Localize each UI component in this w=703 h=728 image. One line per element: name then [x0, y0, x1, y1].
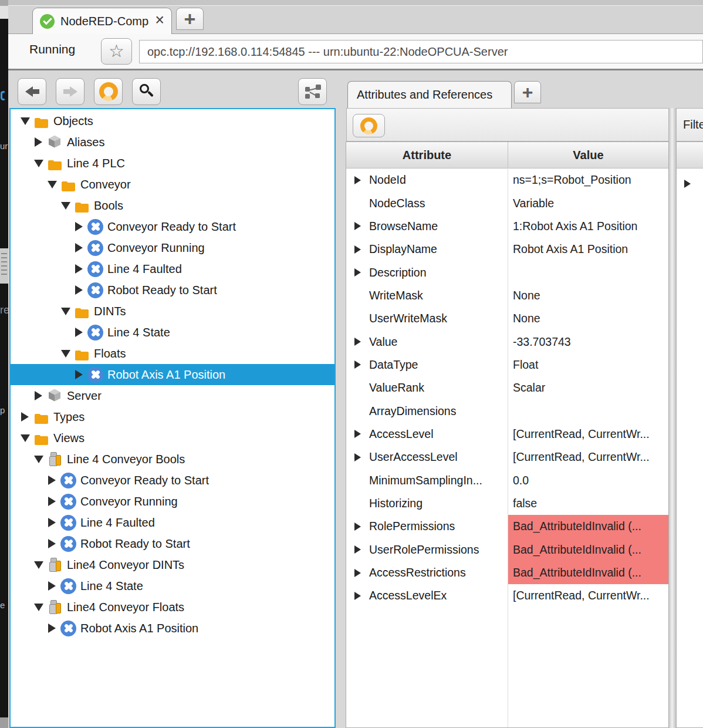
expand-arrow-icon[interactable]: [684, 180, 692, 188]
collapse-arrow-icon[interactable]: [33, 159, 43, 168]
bookmark-button[interactable]: ☆: [101, 38, 132, 65]
new-panel-tab-button[interactable]: +: [514, 81, 541, 103]
expand-arrow-icon[interactable]: [74, 370, 84, 380]
attribute-value: Variable: [513, 197, 554, 210]
expand-arrow-icon[interactable]: [74, 328, 84, 338]
close-tab-icon[interactable]: ×: [155, 12, 164, 28]
expand-arrow-icon[interactable]: [354, 222, 363, 230]
graph-view-button[interactable]: [298, 78, 327, 105]
tree-item[interactable]: Bools: [11, 195, 334, 216]
refresh-tree-button[interactable]: [94, 78, 123, 105]
tree-item[interactable]: Conveyor: [11, 174, 334, 195]
search-icon: [138, 83, 155, 100]
tab-attributes-and-references[interactable]: Attributes and References: [347, 81, 512, 108]
value-cell: 0.0: [508, 469, 668, 491]
attribute-cell: ValueRank: [346, 376, 508, 399]
expand-arrow-icon[interactable]: [354, 360, 363, 369]
tree-item-label: Types: [53, 410, 85, 424]
expand-arrow-icon[interactable]: [20, 412, 30, 422]
folder-icon: [74, 346, 90, 362]
column-header-attribute[interactable]: Attribute: [346, 142, 508, 168]
tree-item[interactable]: Line 4 Conveyor Bools: [11, 449, 334, 470]
address-bar[interactable]: opc.tcp://192.168.0.114:54845 --- urn:ub…: [139, 40, 703, 63]
arrow-spacer: [354, 315, 363, 323]
panel-splitter[interactable]: [669, 108, 676, 728]
tree-item[interactable]: Conveyor Ready to Start: [11, 216, 334, 237]
tree-item[interactable]: Line 4 PLC: [11, 153, 334, 174]
tree-item[interactable]: Line 4 State: [11, 575, 334, 596]
tree-item[interactable]: Conveyor Ready to Start: [11, 470, 334, 491]
collapse-arrow-icon[interactable]: [60, 306, 70, 316]
column-divider[interactable]: [508, 168, 508, 727]
tree-item[interactable]: Objects: [11, 110, 334, 132]
expand-arrow-icon[interactable]: [74, 285, 84, 295]
new-connection-tab-button[interactable]: +: [176, 8, 204, 30]
tree-item[interactable]: Robot Axis A1 Position: [11, 364, 334, 385]
collapse-arrow-icon[interactable]: [20, 433, 30, 443]
expand-arrow-icon[interactable]: [47, 581, 57, 591]
reference-row[interactable]: [677, 172, 703, 196]
search-button[interactable]: [132, 78, 161, 105]
attribute-name: DisplayName: [369, 242, 437, 256]
expand-arrow-icon[interactable]: [47, 497, 57, 507]
attribute-name: Description: [369, 266, 427, 279]
refresh-attributes-button[interactable]: [353, 114, 385, 137]
variable-icon: [60, 494, 76, 510]
tree-item-label: Robot Axis A1 Position: [80, 622, 198, 635]
expand-arrow-icon[interactable]: [47, 476, 57, 486]
tree-item[interactable]: Line 4 Faulted: [11, 512, 334, 533]
tree-item[interactable]: Line 4 State: [11, 322, 334, 343]
tree-item[interactable]: Robot Ready to Start: [11, 279, 334, 301]
folder-icon: [33, 113, 49, 129]
collapse-arrow-icon[interactable]: [47, 180, 57, 190]
collapse-arrow-icon[interactable]: [33, 602, 43, 612]
value-cell: None: [508, 307, 668, 330]
tree-item[interactable]: Server: [11, 385, 334, 406]
column-header-value[interactable]: Value: [508, 142, 668, 168]
expand-arrow-icon[interactable]: [354, 523, 363, 531]
expand-arrow-icon[interactable]: [74, 264, 84, 274]
tree-item[interactable]: Robot Ready to Start: [11, 533, 334, 554]
attributes-tab-label: Attributes and References: [357, 88, 492, 102]
forward-button[interactable]: [56, 78, 85, 105]
tree-item[interactable]: Conveyor Running: [11, 237, 334, 258]
tree-item[interactable]: Conveyor Running: [11, 491, 334, 512]
expand-arrow-icon[interactable]: [47, 539, 57, 549]
collapse-arrow-icon[interactable]: [20, 116, 30, 126]
collapse-arrow-icon[interactable]: [33, 560, 43, 570]
connection-tab[interactable]: NodeRED-Compact ×: [32, 8, 172, 34]
tree-item[interactable]: Floats: [11, 343, 334, 364]
folder-icon: [60, 177, 76, 193]
tree-item[interactable]: Aliases: [11, 132, 334, 153]
tree-item[interactable]: Line 4 Faulted: [11, 258, 334, 279]
expand-arrow-icon[interactable]: [354, 592, 363, 600]
collapse-arrow-icon[interactable]: [60, 349, 70, 359]
expand-arrow-icon[interactable]: [354, 453, 363, 461]
expand-arrow-icon[interactable]: [354, 569, 363, 577]
expand-arrow-icon[interactable]: [354, 430, 363, 438]
tree-item[interactable]: Types: [11, 406, 334, 427]
back-button[interactable]: [18, 78, 46, 105]
tree-item[interactable]: Line4 Conveyor DINTs: [11, 554, 334, 575]
tree-item[interactable]: Views: [11, 427, 334, 449]
attribute-value: ns=1;s=Robot_Position: [513, 173, 631, 187]
expand-arrow-icon[interactable]: [354, 176, 363, 184]
collapse-arrow-icon[interactable]: [60, 201, 70, 211]
tree-item-label: Bools: [94, 199, 123, 213]
tree-item[interactable]: DINTs: [11, 301, 334, 322]
expand-arrow-icon[interactable]: [74, 222, 84, 232]
tree-item[interactable]: Line4 Conveyor Floats: [11, 596, 334, 618]
expand-arrow-icon[interactable]: [47, 518, 57, 528]
expand-arrow-icon[interactable]: [354, 245, 363, 254]
tree-item[interactable]: Robot Axis A1 Position: [11, 618, 334, 639]
expand-arrow-icon[interactable]: [354, 545, 363, 554]
expand-arrow-icon[interactable]: [47, 623, 57, 633]
collapse-arrow-icon[interactable]: [33, 454, 43, 464]
expand-arrow-icon[interactable]: [354, 338, 363, 346]
back-arrow-icon: [25, 86, 39, 97]
expand-arrow-icon[interactable]: [354, 268, 363, 277]
expand-arrow-icon[interactable]: [74, 243, 84, 253]
expand-arrow-icon[interactable]: [33, 137, 43, 147]
expand-arrow-icon[interactable]: [33, 391, 43, 401]
tree-item-label: Line4 Conveyor DINTs: [67, 558, 184, 572]
